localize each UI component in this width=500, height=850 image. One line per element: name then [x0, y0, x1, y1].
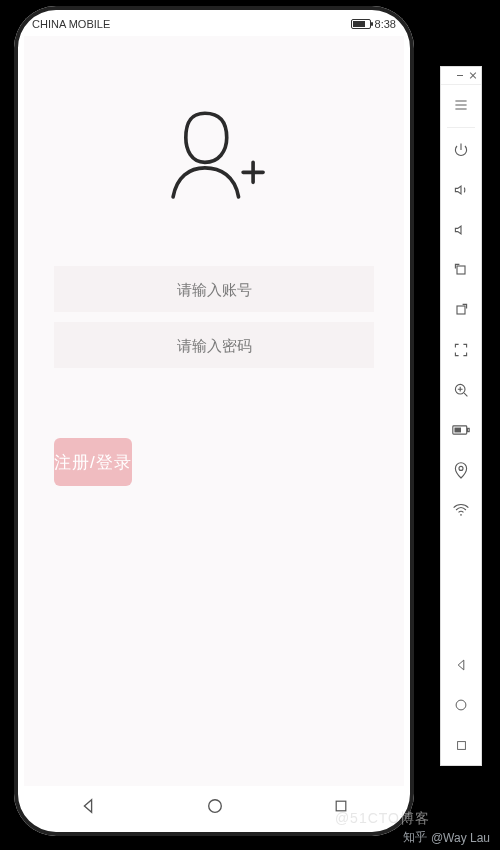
account-input[interactable]: [54, 266, 374, 312]
emulator-toolbar: [440, 66, 482, 766]
svg-rect-7: [454, 428, 461, 433]
svg-point-10: [456, 700, 466, 710]
rotate-right-icon[interactable]: [441, 290, 481, 330]
register-login-button[interactable]: 注册/登录: [54, 438, 132, 486]
carrier-label: CHINA MOBILE: [32, 18, 110, 30]
password-input[interactable]: [54, 322, 374, 368]
volume-up-icon[interactable]: [441, 170, 481, 210]
svg-rect-6: [468, 428, 470, 431]
user-add-icon: [24, 106, 404, 206]
toolbar-home-icon[interactable]: [441, 685, 481, 725]
toolbar-recent-icon[interactable]: [441, 725, 481, 765]
watermark: 知乎 @Way Lau: [403, 829, 490, 846]
svg-rect-2: [457, 266, 465, 274]
login-form: [24, 266, 404, 368]
svg-rect-3: [457, 306, 465, 314]
volume-down-icon[interactable]: [441, 210, 481, 250]
nav-back-button[interactable]: [79, 797, 97, 819]
toolbar-back-icon[interactable]: [441, 645, 481, 685]
battery-icon: [351, 19, 371, 29]
svg-point-9: [460, 514, 462, 516]
location-icon[interactable]: [441, 450, 481, 490]
wifi-icon[interactable]: [441, 490, 481, 530]
divider: [447, 127, 475, 128]
minimize-icon[interactable]: [455, 71, 464, 80]
watermark-faint: @51CTO博客: [335, 810, 430, 828]
close-icon[interactable]: [468, 71, 477, 80]
app-screen: 注册/登录: [24, 36, 404, 786]
svg-point-0: [209, 800, 222, 813]
menu-icon[interactable]: [441, 85, 481, 125]
svg-rect-11: [457, 741, 465, 749]
platform-label: 知乎: [403, 829, 427, 846]
clock-label: 8:38: [375, 18, 396, 30]
screenshot-icon[interactable]: [441, 330, 481, 370]
status-bar: CHINA MOBILE 8:38: [14, 12, 414, 36]
phone-frame: CHINA MOBILE 8:38 注册/登录: [14, 6, 414, 836]
svg-point-8: [459, 466, 463, 470]
zoom-in-icon[interactable]: [441, 370, 481, 410]
power-icon[interactable]: [441, 130, 481, 170]
author-label: @Way Lau: [431, 831, 490, 845]
toolbar-titlebar: [441, 67, 481, 85]
rotate-left-icon[interactable]: [441, 250, 481, 290]
nav-home-button[interactable]: [206, 797, 224, 819]
battery-tool-icon[interactable]: [441, 410, 481, 450]
